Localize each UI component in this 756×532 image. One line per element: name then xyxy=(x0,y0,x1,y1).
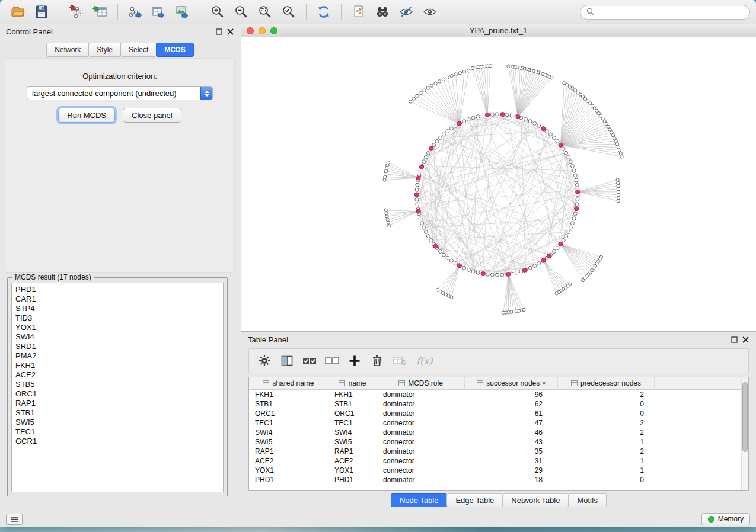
import-network-icon[interactable] xyxy=(65,2,88,21)
table-cell: ACE2 xyxy=(249,456,328,466)
zoom-out-icon[interactable] xyxy=(229,2,253,21)
mcds-result-item[interactable]: TID3 xyxy=(15,313,219,323)
run-mcds-button[interactable]: Run MCDS xyxy=(58,108,115,123)
float-icon[interactable] xyxy=(216,28,222,35)
memory-button[interactable]: Memory xyxy=(701,513,750,525)
mcds-result-item[interactable]: ACE2 xyxy=(15,370,219,380)
import-table-disabled-icon xyxy=(391,352,408,369)
select-all-rows-icon[interactable] xyxy=(301,352,318,369)
scrollbar-thumb[interactable] xyxy=(742,382,748,452)
table-row[interactable]: SWI5SWI5connector431 xyxy=(249,437,748,447)
mcds-result-list[interactable]: PHD1CAR1STP4TID3YOX1SWI4SRD1PMA2FKH1ACE2… xyxy=(11,283,224,492)
zoom-selected-icon[interactable] xyxy=(277,2,301,21)
tab-edge-table[interactable]: Edge Table xyxy=(446,493,503,507)
column-header-name[interactable]: name xyxy=(328,377,377,389)
column-header-label: shared name xyxy=(272,379,314,387)
network-view[interactable] xyxy=(241,37,756,331)
import-table-icon[interactable] xyxy=(88,2,112,21)
export-network-icon[interactable] xyxy=(123,2,147,21)
table-cell: 1 xyxy=(558,456,655,466)
table-row[interactable]: YOX1YOX1connector291 xyxy=(249,466,748,475)
mcds-result-item[interactable]: STP4 xyxy=(15,304,219,313)
column-header-predecessor-nodes[interactable]: predecessor nodes xyxy=(558,377,655,389)
column-header-successor-nodes[interactable]: successor nodes ▾ xyxy=(465,377,558,389)
toolbar-separator xyxy=(117,4,118,20)
tab-network[interactable]: Network xyxy=(46,43,89,57)
table-toolbar: f(x) xyxy=(248,348,749,373)
tab-motifs[interactable]: Motifs xyxy=(568,493,607,507)
mcds-result-item[interactable]: SWI4 xyxy=(15,332,219,342)
table-vertical-scrollbar[interactable] xyxy=(741,377,748,490)
minimize-traffic-light[interactable] xyxy=(259,27,266,34)
mcds-result-item[interactable]: YOX1 xyxy=(15,323,219,332)
add-column-icon[interactable] xyxy=(346,352,363,369)
table-panel: Table Panel xyxy=(241,332,756,511)
table-row[interactable]: PHD1PHD1dominator180 xyxy=(249,475,748,485)
zoom-traffic-light[interactable] xyxy=(270,27,277,34)
table-cell: connector xyxy=(377,437,465,447)
table-row[interactable]: ORC1ORC1dominator610 xyxy=(249,409,748,418)
table-cell-filler xyxy=(655,399,748,409)
table-row[interactable]: ACE2ACE2connector311 xyxy=(249,456,748,466)
export-table-icon[interactable] xyxy=(147,2,171,21)
close-traffic-light[interactable] xyxy=(247,27,254,34)
mcds-result-item[interactable]: RAP1 xyxy=(15,399,219,408)
show-annotations-icon[interactable] xyxy=(418,2,442,21)
global-search[interactable] xyxy=(580,5,750,20)
criterion-dropdown[interactable]: largest connected component (undirected) xyxy=(27,86,213,100)
column-header-label: name xyxy=(348,379,366,387)
table-cell: PHD1 xyxy=(328,475,377,485)
table-cell: PHD1 xyxy=(249,475,328,485)
mcds-result-item[interactable]: GCR1 xyxy=(15,437,219,446)
mcds-result-item[interactable]: FKH1 xyxy=(15,361,219,370)
mcds-result-item[interactable]: STB1 xyxy=(15,408,219,418)
mcds-result-item[interactable]: STB5 xyxy=(15,380,219,389)
apply-layout-icon[interactable] xyxy=(312,2,336,21)
mcds-result-item[interactable]: ORC1 xyxy=(15,389,219,399)
mcds-result-item[interactable]: PMA2 xyxy=(15,351,219,361)
open-folder-icon[interactable] xyxy=(6,2,30,21)
column-header-mcds-role[interactable]: MCDS role xyxy=(377,377,465,389)
tab-style[interactable]: Style xyxy=(88,43,121,57)
mcds-result-item[interactable]: CAR1 xyxy=(15,294,219,304)
task-history-button[interactable] xyxy=(6,514,23,525)
close-icon[interactable] xyxy=(227,28,234,35)
table-row[interactable]: RAP1RAP1dominator352 xyxy=(249,447,748,456)
search-input[interactable] xyxy=(598,8,744,16)
export-image-icon[interactable] xyxy=(171,2,194,21)
show-columns-icon[interactable] xyxy=(279,352,295,369)
tab-select[interactable]: Select xyxy=(120,43,157,57)
tab-mcds[interactable]: MCDS xyxy=(156,43,193,57)
share-document-icon[interactable] xyxy=(347,2,371,21)
table-row[interactable]: SWI4SWI4dominator462 xyxy=(249,428,748,437)
network-canvas[interactable] xyxy=(241,37,756,332)
mcds-result-item[interactable]: SWI5 xyxy=(15,418,219,427)
zoom-in-icon[interactable] xyxy=(206,2,229,21)
network-window-titlebar[interactable]: YPA_prune.txt_1 xyxy=(241,24,756,37)
application-window: Control Panel Network Style Select MCDS … xyxy=(0,0,756,527)
tab-network-table[interactable]: Network Table xyxy=(502,493,569,507)
float-icon[interactable] xyxy=(731,336,738,343)
mcds-result-item[interactable]: SRD1 xyxy=(15,342,219,351)
table-body: FKH1FKH1dominator962STB1STB1dominator620… xyxy=(249,390,748,490)
search-binoculars-icon[interactable] xyxy=(371,2,394,21)
tab-node-table[interactable]: Node Table xyxy=(391,493,448,507)
settings-gear-icon[interactable] xyxy=(256,352,273,369)
table-row[interactable]: FKH1FKH1dominator962 xyxy=(249,390,748,399)
table-cell: 47 xyxy=(465,418,558,428)
table-row[interactable]: STB1STB1dominator620 xyxy=(249,399,748,409)
mcds-result-item[interactable]: TEC1 xyxy=(15,427,219,437)
delete-column-icon[interactable] xyxy=(369,352,385,369)
table-cell: dominator xyxy=(377,447,465,456)
clear-selection-icon[interactable] xyxy=(324,352,340,369)
table-cell-filler xyxy=(655,475,748,485)
hide-annotations-icon[interactable] xyxy=(394,2,418,21)
close-panel-button[interactable]: Close panel xyxy=(123,108,181,123)
save-icon[interactable] xyxy=(30,2,53,21)
column-header-shared-name[interactable]: shared name xyxy=(249,377,328,389)
table-row[interactable]: TEC1TEC1connector472 xyxy=(249,418,748,428)
mcds-result-item[interactable]: PHD1 xyxy=(15,285,219,294)
criterion-dropdown-value: largest connected component (undirected) xyxy=(27,89,200,98)
close-icon[interactable] xyxy=(742,336,749,343)
zoom-fit-icon[interactable] xyxy=(253,2,277,21)
